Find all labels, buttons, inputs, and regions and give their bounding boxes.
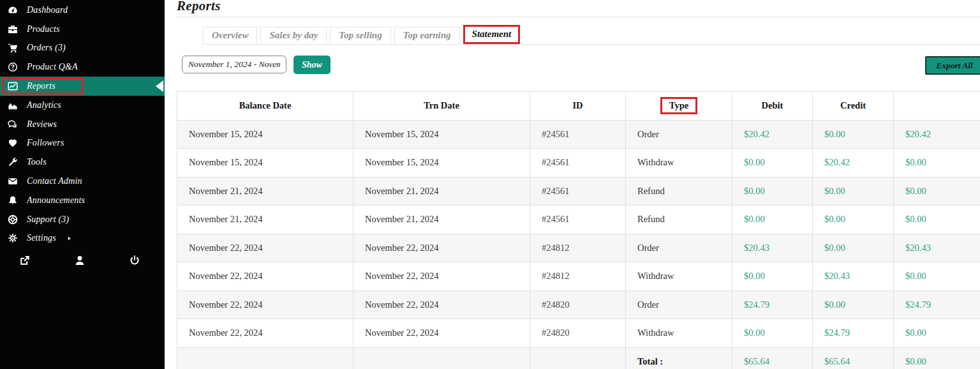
- cell-credit: $0.00: [813, 234, 894, 262]
- cell-balance: $0.00: [894, 206, 980, 234]
- col-header-credit[interactable]: Credit: [813, 92, 894, 121]
- sidebar-item-label: Contact Admin: [27, 176, 82, 186]
- sidebar-item-analytics[interactable]: Analytics: [0, 96, 165, 115]
- comments-icon: [7, 119, 18, 130]
- sidebar-item-dashboard[interactable]: Dashboard: [0, 1, 165, 20]
- tab-top-earning[interactable]: Top earning: [394, 27, 460, 44]
- table-row: November 22, 2024 November 22, 2024 #248…: [177, 234, 980, 262]
- heart-icon: [7, 138, 18, 149]
- sidebar-item-announcements[interactable]: Announcements: [0, 191, 165, 210]
- cell-debit: $0.00: [732, 319, 813, 348]
- sidebar-item-label: Reports: [27, 81, 56, 91]
- cell-empty: [177, 347, 353, 369]
- cell-id: #24812: [530, 262, 626, 291]
- user-icon[interactable]: [74, 255, 85, 266]
- cell-trn-date: November 22, 2024: [353, 290, 530, 319]
- table-row: November 15, 2024 November 15, 2024 #245…: [177, 120, 980, 149]
- cell-balance: $20.42: [894, 120, 980, 149]
- cell-debit: $20.42: [732, 120, 813, 149]
- cell-type: Withdraw: [626, 149, 732, 177]
- col-header-type[interactable]: Type: [626, 92, 732, 121]
- sidebar-item-settings[interactable]: Settings: [0, 229, 165, 248]
- cell-balance-date: November 22, 2024: [177, 234, 353, 262]
- gear-icon: [7, 233, 18, 244]
- sidebar-item-label: Dashboard: [27, 5, 68, 15]
- cell-balance: $20.43: [894, 234, 980, 262]
- sidebar-item-product-qa[interactable]: Product Q&A: [0, 57, 165, 77]
- table-row: November 22, 2024 November 22, 2024 #248…: [177, 262, 980, 291]
- cell-total-balance: $0.00: [894, 347, 980, 369]
- cell-trn-date: November 22, 2024: [353, 234, 530, 262]
- tab-overview[interactable]: Overview: [203, 27, 257, 44]
- date-range-input[interactable]: [182, 56, 286, 73]
- cell-balance-date: November 21, 2024: [177, 206, 353, 234]
- col-header-balance[interactable]: Balance: [894, 92, 980, 121]
- cell-type: Order: [626, 234, 732, 262]
- cell-debit: $0.00: [732, 149, 813, 177]
- sidebar-item-label: Followers: [27, 138, 64, 148]
- cell-trn-date: November 21, 2024: [353, 206, 530, 234]
- sidebar-item-label: Product Q&A: [27, 62, 78, 72]
- export-all-button[interactable]: Export All: [925, 56, 980, 75]
- cell-balance-date: November 22, 2024: [177, 290, 353, 319]
- annotation-box-type: Type: [660, 97, 697, 114]
- statement-table: Balance Date Trn Date ID Type Debit Cred…: [177, 91, 980, 369]
- cell-balance: $0.00: [894, 177, 980, 206]
- sidebar-item-tools[interactable]: Tools: [0, 153, 165, 172]
- tab-statement[interactable]: Statement: [463, 25, 521, 44]
- cell-type: Order: [626, 120, 732, 149]
- cell-trn-date: November 21, 2024: [353, 177, 530, 206]
- wrench-icon: [7, 157, 18, 168]
- sidebar-item-label: Support (3): [27, 215, 69, 225]
- cell-total-credit: $65.64: [813, 347, 894, 369]
- cell-credit: $0.00: [813, 177, 894, 206]
- cell-id: #24561: [530, 120, 626, 149]
- table-row: November 21, 2024 November 21, 2024 #245…: [177, 177, 980, 206]
- cell-type: Order: [626, 290, 732, 319]
- title-divider: [177, 17, 980, 17]
- col-header-id[interactable]: ID: [530, 92, 626, 121]
- cell-debit: $24.79: [732, 290, 813, 319]
- cell-id: #24561: [530, 177, 626, 206]
- table-header-row: Balance Date Trn Date ID Type Debit Cred…: [177, 92, 980, 121]
- col-header-trn-date[interactable]: Trn Date: [353, 92, 530, 121]
- cell-credit: $24.79: [813, 319, 894, 348]
- cell-balance-date: November 15, 2024: [177, 149, 353, 177]
- power-icon[interactable]: [129, 255, 140, 266]
- cell-trn-date: November 15, 2024: [353, 149, 530, 177]
- vendor-dashboard: Dashboard Products Orders (3) Product Q&…: [0, 0, 980, 369]
- sidebar-item-products[interactable]: Products: [0, 20, 165, 39]
- cell-debit: $0.00: [732, 262, 813, 291]
- dashboard-icon: [7, 4, 18, 15]
- show-button[interactable]: Show: [293, 56, 330, 74]
- table-row: November 22, 2024 November 22, 2024 #248…: [177, 290, 980, 319]
- table-row: November 22, 2024 November 22, 2024 #248…: [177, 319, 980, 348]
- sidebar-item-reviews[interactable]: Reviews: [0, 115, 165, 134]
- cell-total-debit: $65.64: [732, 347, 813, 369]
- sidebar-item-label: Orders (3): [27, 43, 66, 53]
- cell-id: #24820: [530, 290, 626, 319]
- tab-sales-by-day[interactable]: Sales by day: [260, 27, 327, 44]
- col-header-balance-date[interactable]: Balance Date: [177, 92, 353, 121]
- sidebar-item-orders[interactable]: Orders (3): [0, 39, 165, 58]
- cell-balance-date: November 22, 2024: [177, 319, 353, 348]
- sidebar-item-label: Announcements: [27, 195, 85, 206]
- sidebar-item-label: Reviews: [27, 119, 57, 130]
- main-content: Reports Overview Sales by day Top sellin…: [165, 0, 980, 369]
- cell-balance: $0.00: [894, 319, 980, 348]
- sidebar-item-reports[interactable]: Reports: [0, 77, 165, 96]
- briefcase-icon: [7, 24, 18, 34]
- sidebar: Dashboard Products Orders (3) Product Q&…: [0, 0, 165, 369]
- external-link-icon[interactable]: [19, 255, 31, 266]
- sidebar-item-label: Products: [27, 24, 60, 34]
- sidebar-item-contact-admin[interactable]: Contact Admin: [0, 172, 165, 191]
- tab-top-selling[interactable]: Top selling: [330, 27, 390, 44]
- sidebar-item-followers[interactable]: Followers: [0, 134, 165, 153]
- table-row: November 21, 2024 November 21, 2024 #245…: [177, 206, 980, 234]
- sidebar-item-support[interactable]: Support (3): [0, 210, 165, 229]
- cell-trn-date: November 22, 2024: [353, 319, 530, 348]
- cell-balance-date: November 21, 2024: [177, 177, 353, 206]
- cell-total-label: Total :: [626, 347, 732, 369]
- col-header-debit[interactable]: Debit: [732, 92, 813, 121]
- cell-id: #24561: [530, 206, 626, 234]
